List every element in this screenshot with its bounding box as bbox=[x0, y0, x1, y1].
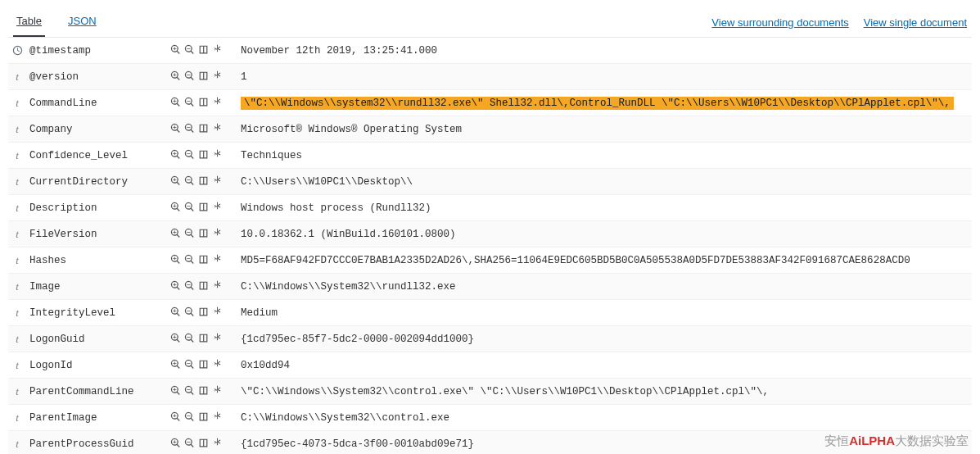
asterisk-icon[interactable] bbox=[210, 121, 224, 135]
zoom-out-icon[interactable] bbox=[183, 43, 196, 57]
asterisk-icon[interactable] bbox=[210, 305, 224, 319]
field-value: C:\\Users\\W10PC1\\Desktop\\ bbox=[237, 169, 972, 195]
columns-icon[interactable] bbox=[196, 121, 210, 135]
text-type-icon: t bbox=[11, 411, 23, 424]
zoom-in-icon[interactable] bbox=[169, 121, 183, 135]
text-type-icon: t bbox=[11, 70, 23, 84]
text-type-icon: t bbox=[11, 123, 23, 136]
field-actions bbox=[165, 143, 237, 169]
asterisk-icon[interactable] bbox=[210, 148, 224, 161]
columns-icon[interactable] bbox=[196, 305, 210, 319]
columns-icon[interactable] bbox=[196, 200, 210, 214]
zoom-out-icon[interactable] bbox=[183, 69, 196, 83]
field-actions bbox=[165, 221, 237, 247]
zoom-in-icon[interactable] bbox=[169, 43, 183, 57]
zoom-in-icon[interactable] bbox=[169, 357, 183, 371]
asterisk-icon[interactable] bbox=[210, 43, 224, 57]
asterisk-icon[interactable] bbox=[210, 252, 224, 266]
zoom-out-icon[interactable] bbox=[183, 305, 196, 319]
asterisk-icon[interactable] bbox=[210, 200, 224, 214]
field-actions bbox=[165, 379, 237, 405]
columns-icon[interactable] bbox=[196, 148, 210, 161]
asterisk-icon[interactable] bbox=[210, 95, 224, 109]
highlight-span: \"C:\\Windows\\system32\\rundll32.exe\" … bbox=[241, 97, 954, 110]
field-value: 1 bbox=[237, 64, 972, 90]
zoom-out-icon[interactable] bbox=[183, 279, 196, 293]
field-type-icon: t bbox=[8, 379, 26, 405]
field-value: \"C:\\Windows\\System32\\control.exe\" \… bbox=[237, 379, 972, 405]
text-type-icon: t bbox=[11, 280, 23, 293]
zoom-out-icon[interactable] bbox=[183, 252, 196, 266]
field-name: IntegrityLevel bbox=[26, 300, 165, 326]
field-value: \"C:\\Windows\\system32\\rundll32.exe\" … bbox=[237, 90, 972, 116]
columns-icon[interactable] bbox=[196, 69, 210, 83]
zoom-in-icon[interactable] bbox=[169, 331, 183, 345]
columns-icon[interactable] bbox=[196, 410, 210, 424]
zoom-out-icon[interactable] bbox=[183, 95, 196, 109]
zoom-in-icon[interactable] bbox=[169, 436, 183, 450]
zoom-in-icon[interactable] bbox=[169, 305, 183, 319]
zoom-out-icon[interactable] bbox=[183, 174, 196, 188]
columns-icon[interactable] bbox=[196, 95, 210, 109]
columns-icon[interactable] bbox=[196, 436, 210, 450]
asterisk-icon[interactable] bbox=[210, 384, 224, 397]
zoom-out-icon[interactable] bbox=[183, 436, 196, 450]
asterisk-icon[interactable] bbox=[210, 410, 224, 424]
zoom-in-icon[interactable] bbox=[169, 384, 183, 397]
asterisk-icon[interactable] bbox=[210, 69, 224, 83]
columns-icon[interactable] bbox=[196, 331, 210, 345]
field-value: 0x10dd94 bbox=[237, 352, 972, 379]
field-value: November 12th 2019, 13:25:41.000 bbox=[237, 38, 972, 64]
asterisk-icon[interactable] bbox=[210, 357, 224, 371]
table-row: tDescriptionWindows host process (Rundll… bbox=[8, 195, 972, 221]
zoom-out-icon[interactable] bbox=[183, 384, 196, 397]
columns-icon[interactable] bbox=[196, 357, 210, 371]
field-type-icon: t bbox=[8, 169, 26, 195]
asterisk-icon[interactable] bbox=[210, 226, 224, 240]
text-type-icon: t bbox=[11, 333, 23, 346]
zoom-in-icon[interactable] bbox=[169, 200, 183, 214]
columns-icon[interactable] bbox=[196, 43, 210, 57]
zoom-in-icon[interactable] bbox=[169, 226, 183, 240]
asterisk-icon[interactable] bbox=[210, 436, 224, 450]
columns-icon[interactable] bbox=[196, 279, 210, 293]
zoom-in-icon[interactable] bbox=[169, 410, 183, 424]
field-value: Techniques bbox=[237, 143, 972, 169]
zoom-in-icon[interactable] bbox=[169, 148, 183, 161]
clock-icon bbox=[11, 45, 23, 56]
asterisk-icon[interactable] bbox=[210, 331, 224, 345]
field-actions bbox=[165, 274, 237, 300]
zoom-out-icon[interactable] bbox=[183, 148, 196, 161]
zoom-in-icon[interactable] bbox=[169, 279, 183, 293]
table-row: t@version1 bbox=[8, 64, 972, 90]
tab-json[interactable]: JSON bbox=[65, 8, 100, 37]
zoom-in-icon[interactable] bbox=[169, 69, 183, 83]
field-value: {1cd795ec-85f7-5dc2-0000-002094dd1000} bbox=[237, 326, 972, 352]
asterisk-icon[interactable] bbox=[210, 279, 224, 293]
zoom-in-icon[interactable] bbox=[169, 252, 183, 266]
field-name: LogonGuid bbox=[26, 326, 165, 352]
field-type-icon bbox=[8, 38, 26, 64]
zoom-in-icon[interactable] bbox=[169, 95, 183, 109]
field-type-icon: t bbox=[8, 405, 26, 431]
field-name: CommandLine bbox=[26, 90, 165, 116]
field-type-icon: t bbox=[8, 352, 26, 379]
zoom-out-icon[interactable] bbox=[183, 121, 196, 135]
columns-icon[interactable] bbox=[196, 252, 210, 266]
field-type-icon: t bbox=[8, 431, 26, 455]
tab-table[interactable]: Table bbox=[13, 8, 45, 37]
zoom-out-icon[interactable] bbox=[183, 331, 196, 345]
zoom-out-icon[interactable] bbox=[183, 357, 196, 371]
asterisk-icon[interactable] bbox=[210, 174, 224, 188]
columns-icon[interactable] bbox=[196, 174, 210, 188]
field-type-icon: t bbox=[8, 195, 26, 221]
view-single-link[interactable]: View single document bbox=[864, 16, 967, 29]
zoom-in-icon[interactable] bbox=[169, 174, 183, 188]
zoom-out-icon[interactable] bbox=[183, 200, 196, 214]
zoom-out-icon[interactable] bbox=[183, 226, 196, 240]
field-actions bbox=[165, 195, 237, 221]
columns-icon[interactable] bbox=[196, 226, 210, 240]
columns-icon[interactable] bbox=[196, 384, 210, 397]
zoom-out-icon[interactable] bbox=[183, 410, 196, 424]
view-surrounding-link[interactable]: View surrounding documents bbox=[711, 16, 848, 29]
